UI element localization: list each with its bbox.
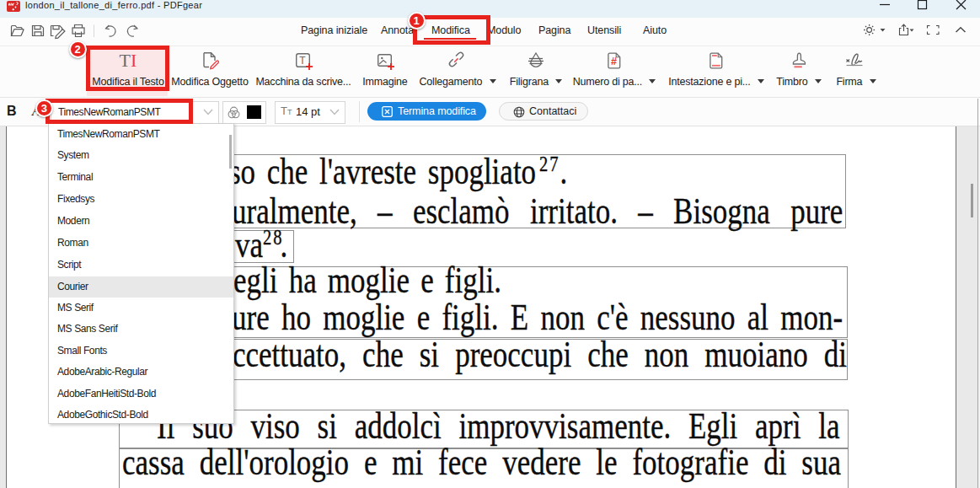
svg-text:T: T [299, 55, 306, 67]
svg-text:#: # [611, 56, 617, 67]
